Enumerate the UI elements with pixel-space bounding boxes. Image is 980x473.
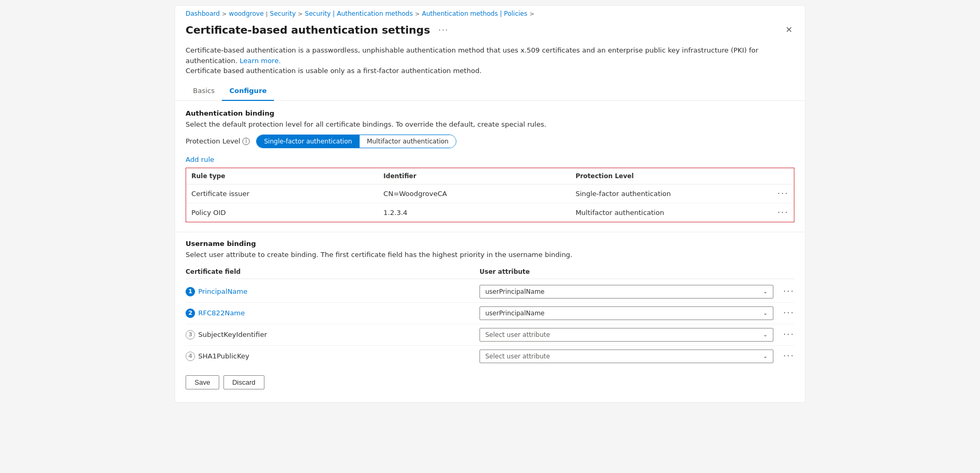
breadcrumb-policies[interactable]: Authentication methods | Policies <box>422 10 527 17</box>
tab-basics[interactable]: Basics <box>186 83 222 101</box>
num-badge-outline-4: 4 <box>186 352 195 361</box>
list-item: 2 RFC822Name userPrincipalName ⌄ ··· <box>186 303 794 324</box>
tabs: Basics Configure <box>175 83 805 101</box>
protection-1: Single-factor authentication <box>576 190 768 198</box>
protection-toggle-group: Single-factor authentication Multifactor… <box>256 135 456 148</box>
toggle-multifactor[interactable]: Multifactor authentication <box>360 135 456 148</box>
row-menu-2[interactable]: ··· <box>768 208 789 218</box>
more-options-button[interactable]: ··· <box>435 24 452 36</box>
panel: Dashboard > woodgrove | Security > Secur… <box>175 5 805 403</box>
auth-binding-desc: Select the default protection level for … <box>186 120 794 128</box>
rules-table-header: Rule type Identifier Protection Level <box>186 168 794 184</box>
username-binding-title: Username binding <box>186 240 794 248</box>
add-rule-link[interactable]: Add rule <box>186 156 215 163</box>
cert-field-4: 4 SHA1PublicKey <box>186 352 479 361</box>
chevron-down-icon: ⌄ <box>763 289 768 294</box>
toggle-single-factor[interactable]: Single-factor authentication <box>257 135 359 148</box>
list-item: 1 PrincipalName userPrincipalName ⌄ ··· <box>186 281 794 303</box>
cert-field-text-4: SHA1PublicKey <box>198 352 249 360</box>
username-binding-table: Certificate field User attribute 1 Princ… <box>186 265 794 367</box>
header-row: Certificate-based authentication setting… <box>175 19 805 42</box>
user-attr-dropdown-4: Select user attribute ⌄ <box>479 349 773 363</box>
user-attr-dropdown-1: userPrincipalName ⌄ <box>479 285 773 299</box>
table-row: Policy OID 1.2.3.4 Multifactor authentic… <box>186 203 794 222</box>
identifier-2: 1.2.3.4 <box>383 209 575 217</box>
ub-actions-2: ··· <box>773 308 794 318</box>
footer-actions: Save Discard <box>175 367 805 392</box>
username-binding-section: Username binding Select user attribute t… <box>175 240 805 367</box>
chevron-down-icon: ⌄ <box>763 332 768 337</box>
page-title: Certificate-based authentication setting… <box>186 24 430 36</box>
user-attr-select-4[interactable]: Select user attribute ⌄ <box>479 349 773 363</box>
close-button[interactable]: ✕ <box>783 23 794 37</box>
col-identifier: Identifier <box>383 172 575 180</box>
protection-level-row: Protection Level i Single-factor authent… <box>186 135 794 148</box>
protection-2: Multifactor authentication <box>576 209 768 217</box>
protection-level-label: Protection Level i <box>186 137 250 145</box>
user-attr-dropdown-2: userPrincipalName ⌄ <box>479 306 773 320</box>
table-row: Certificate issuer CN=WoodgroveCA Single… <box>186 184 794 203</box>
header-left: Certificate-based authentication setting… <box>186 24 452 36</box>
user-attr-select-2[interactable]: userPrincipalName ⌄ <box>479 306 773 320</box>
rule-type-2: Policy OID <box>191 209 383 217</box>
breadcrumb-dashboard[interactable]: Dashboard <box>186 10 220 17</box>
identifier-1: CN=WoodgroveCA <box>383 190 575 198</box>
cert-field-text-3: SubjectKeyIdentifier <box>198 331 267 338</box>
ub-col-user-attr: User attribute <box>479 268 773 275</box>
rule-type-1: Certificate issuer <box>191 190 383 198</box>
num-badge-1: 1 <box>186 287 195 296</box>
discard-button[interactable]: Discard <box>223 375 264 389</box>
user-attr-select-1[interactable]: userPrincipalName ⌄ <box>479 285 773 299</box>
auth-binding-section: Authentication binding Select the defaul… <box>175 109 805 222</box>
breadcrumb-security[interactable]: Security <box>270 10 295 17</box>
ub-actions-1: ··· <box>773 286 794 296</box>
breadcrumb-woodgrove[interactable]: woodgrove <box>229 10 263 17</box>
ub-actions-4: ··· <box>773 351 794 361</box>
username-binding-desc: Select user attribute to create binding.… <box>186 251 794 259</box>
cert-field-link-1[interactable]: PrincipalName <box>198 287 248 295</box>
cert-field-1: 1 PrincipalName <box>186 287 479 296</box>
protection-level-info-icon[interactable]: i <box>242 138 250 145</box>
cert-field-link-2[interactable]: RFC822Name <box>198 309 245 317</box>
row-menu-ub-3[interactable]: ··· <box>783 330 794 340</box>
description-text-2: Certificate based authentication is usab… <box>186 67 482 75</box>
list-item: 3 SubjectKeyIdentifier Select user attri… <box>186 324 794 346</box>
list-item: 4 SHA1PublicKey Select user attribute ⌄ … <box>186 346 794 367</box>
breadcrumb: Dashboard > woodgrove | Security > Secur… <box>175 6 805 19</box>
save-button[interactable]: Save <box>186 375 219 389</box>
tab-configure[interactable]: Configure <box>222 83 274 101</box>
auth-binding-title: Authentication binding <box>186 109 794 117</box>
ub-table-header: Certificate field User attribute <box>186 265 794 279</box>
num-badge-2: 2 <box>186 309 195 318</box>
row-menu-1[interactable]: ··· <box>768 189 789 199</box>
chevron-down-icon: ⌄ <box>763 353 768 359</box>
row-menu-ub-4[interactable]: ··· <box>783 351 794 361</box>
rules-table: Rule type Identifier Protection Level Ce… <box>186 168 794 222</box>
ub-actions-3: ··· <box>773 330 794 340</box>
cert-field-2: 2 RFC822Name <box>186 309 479 318</box>
page-wrapper: Dashboard > woodgrove | Security > Secur… <box>0 5 980 473</box>
chevron-down-icon: ⌄ <box>763 310 768 316</box>
col-rule-type: Rule type <box>191 172 383 180</box>
user-attr-select-3[interactable]: Select user attribute ⌄ <box>479 328 773 342</box>
user-attr-dropdown-3: Select user attribute ⌄ <box>479 328 773 342</box>
breadcrumb-auth-methods[interactable]: Security | Authentication methods <box>305 10 413 17</box>
row-menu-ub-2[interactable]: ··· <box>783 308 794 318</box>
num-badge-outline-3: 3 <box>186 330 195 340</box>
learn-more-link[interactable]: Learn more. <box>240 57 281 65</box>
row-menu-ub-1[interactable]: ··· <box>783 286 794 296</box>
ub-col-cert-field: Certificate field <box>186 268 479 275</box>
col-protection-level: Protection Level <box>576 172 768 180</box>
cert-field-3: 3 SubjectKeyIdentifier <box>186 330 479 340</box>
description: Certificate-based authentication is a pa… <box>175 42 805 83</box>
